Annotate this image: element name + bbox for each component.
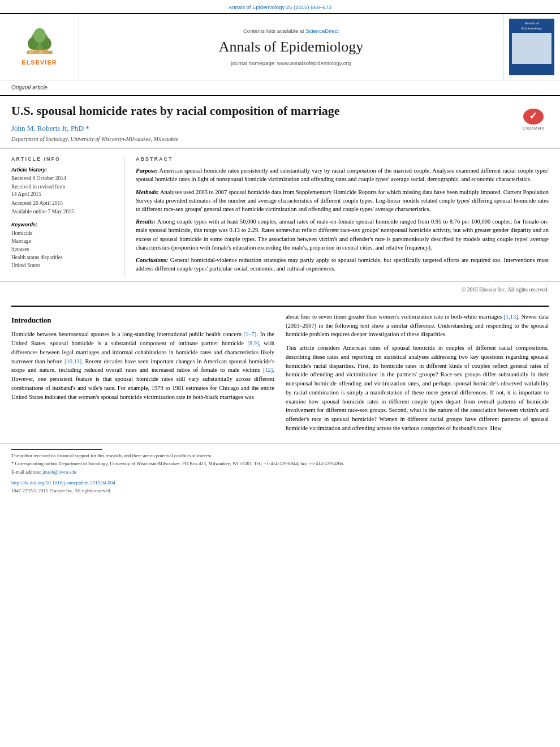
body-left-column: Introduction Homicide between heterosexu… <box>11 312 274 437</box>
cover-title: Annals ofEpidemiology <box>522 21 542 31</box>
article-type-bar: Original article <box>0 80 560 96</box>
elsevier-wordmark: ELSEVIER <box>20 58 59 67</box>
accepted-date: Accepted 20 April 2015 <box>11 200 113 207</box>
purpose-text: American spousal homicide rates persiste… <box>136 168 549 182</box>
abstract-methods: Methods: Analyses used 2003 to 2007 spou… <box>136 188 549 214</box>
footnote-section: The author received no financial support… <box>0 443 560 495</box>
doi-link[interactable]: http://dx.doi.org/10.1016/j.annepidem.20… <box>11 479 549 487</box>
ref-1-13[interactable]: [1,13] <box>503 314 518 320</box>
keywords-label: Keywords: <box>11 221 113 229</box>
article-title: U.S. spousal homicide rates by racial co… <box>11 103 506 119</box>
keyword-homicide: Homicide <box>11 230 113 237</box>
crossmark-icon: ✓ <box>523 109 544 124</box>
crossmark-badge: ✓ CrossMark <box>518 109 549 131</box>
article-affiliation: Department of Sociology, University of W… <box>11 135 506 143</box>
journal-cover-section: Annals ofEpidemiology <box>503 14 560 80</box>
footnote-corresponding: * Corresponding author. Department of So… <box>11 461 549 467</box>
svg-point-4 <box>33 28 46 42</box>
abstract-purpose: Purpose: American spousal homicide rates… <box>136 166 549 183</box>
email-label: E-mail address: <box>11 469 41 475</box>
keyword-united-states: United States <box>11 262 113 269</box>
methods-label: Methods: <box>136 189 159 195</box>
elsevier-logo-section: ELSEVIER <box>0 14 79 80</box>
top-journal-ref: Annals of Epidemiology 25 (2015) 668–673 <box>0 0 560 13</box>
intro-right-para-2: This article considers American rates of… <box>286 344 549 433</box>
elsevier-tree-icon <box>20 27 59 55</box>
keyword-marriage: Marriage <box>11 238 113 245</box>
journal-title-section: Contents lists available at ScienceDirec… <box>79 14 503 80</box>
abstract-conclusions: Conclusions: General homicidal-violence … <box>136 256 549 273</box>
svg-rect-7 <box>34 50 38 54</box>
ref-8-9[interactable]: [8,9] <box>247 340 259 346</box>
keyword-spouses: Spouses <box>11 246 113 253</box>
crossmark-label: CrossMark <box>522 126 544 131</box>
copyright-line: © 2015 Elsevier Inc. All rights reserved… <box>0 281 560 299</box>
methods-text: Analyses used 2003 to 2007 spousal homic… <box>136 189 549 212</box>
abstract-column: ABSTRACT Purpose: American spousal homic… <box>124 156 549 277</box>
conclusions-label: Conclusions: <box>136 257 168 263</box>
purpose-label: Purpose: <box>136 168 158 174</box>
article-info-header: ARTICLE INFO <box>11 156 113 163</box>
svg-rect-6 <box>28 50 32 54</box>
keywords-section: Keywords: Homicide Marriage Spouses Heal… <box>11 221 113 269</box>
cover-placeholder <box>512 33 552 64</box>
journal-header: ELSEVIER Contents lists available at Sci… <box>0 13 560 80</box>
available-date: Available online 7 May 2015 <box>11 208 113 216</box>
sciencedirect-link[interactable]: ScienceDirect <box>305 28 339 34</box>
ref-1-7[interactable]: [1–7] <box>244 331 257 337</box>
footnote-email: E-mail address: jmrob@uwm.edu <box>11 469 549 476</box>
ref-10-11[interactable]: [10,11] <box>64 358 81 364</box>
email-link[interactable]: jmrob@uwm.edu <box>42 469 76 475</box>
body-right-column: about four to seven times greater than w… <box>286 312 549 437</box>
received-date: Received 6 October 2014 <box>11 175 113 182</box>
section-divider <box>11 306 549 307</box>
body-section: Introduction Homicide between heterosexu… <box>0 312 560 437</box>
journal-cover-image: Annals ofEpidemiology <box>509 19 554 75</box>
ref-12[interactable]: [12] <box>263 367 273 373</box>
article-info-column: ARTICLE INFO Article history: Received 6… <box>11 156 124 277</box>
article-type-label: Original article <box>11 84 48 91</box>
article-history-label: Article history: <box>11 166 113 174</box>
journal-name: Annals of Epidemiology <box>219 37 364 57</box>
abstract-results: Results: Among couple types with at leas… <box>136 217 549 252</box>
article-info-abstract-section: ARTICLE INFO Article history: Received 6… <box>0 148 560 277</box>
keyword-health-status: Health status disparities <box>11 254 113 261</box>
revised-date: Received in revised form14 April 2015 <box>11 183 113 199</box>
sciencedirect-line: Contents lists available at ScienceDirec… <box>243 27 339 35</box>
article-author: John M. Roberts Jr, PhD * <box>11 123 506 134</box>
abstract-header: ABSTRACT <box>136 156 549 163</box>
conclusions-text: General homicidal-violence reduction str… <box>136 257 549 272</box>
footnote-financial: The author received no financial support… <box>11 453 549 460</box>
intro-right-para-1: about four to seven times greater than w… <box>286 312 549 339</box>
article-title-section: U.S. spousal homicide rates by racial co… <box>0 96 560 149</box>
intro-left-paragraph: Homicide between heterosexual spouses is… <box>11 330 274 401</box>
article-title-block: U.S. spousal homicide rates by racial co… <box>11 103 506 144</box>
svg-rect-8 <box>39 50 43 54</box>
issn-line: 1047-2797/© 2015 Elsevier Inc. All right… <box>11 488 549 495</box>
results-label: Results: <box>136 218 156 225</box>
svg-rect-9 <box>44 50 48 54</box>
journal-homepage: journal homepage: www.annalsofepidemiolo… <box>231 59 351 67</box>
results-text: Among couple types with at least 50,000 … <box>136 218 549 251</box>
footnote-divider <box>11 449 102 450</box>
intro-title: Introduction <box>11 315 274 326</box>
